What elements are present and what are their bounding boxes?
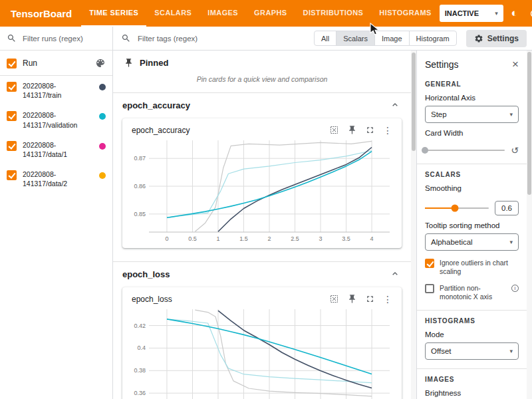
group-header[interactable]: epoch_accuracy: [113, 93, 411, 116]
ignore-outliers-checkbox[interactable]: [425, 259, 434, 268]
fullscreen-icon[interactable]: [365, 125, 375, 135]
horizontal-axis-select[interactable]: Step: [425, 106, 519, 123]
filter-chip-scalars[interactable]: Scalars: [336, 31, 375, 46]
epoch-accuracy-chart[interactable]: 00.511.522.533.540.850.860.87: [128, 136, 396, 245]
more-options-icon[interactable]: [383, 295, 392, 304]
svg-text:2.5: 2.5: [291, 235, 299, 242]
run-label: 20220808-141317/train: [23, 81, 93, 100]
fit-domain-icon[interactable]: [329, 125, 339, 135]
run-row-data-2[interactable]: 20220808-141317/data/2: [0, 164, 112, 194]
close-icon[interactable]: [512, 59, 519, 70]
reset-icon[interactable]: [511, 146, 519, 155]
section-heading-scalars: SCALARS: [425, 171, 519, 178]
chevron-down-icon: [509, 239, 513, 245]
chevron-up-icon[interactable]: [390, 100, 400, 110]
card-width-label: Card Width: [425, 129, 519, 137]
settings-scrollbar-thumb[interactable]: [527, 52, 531, 195]
settings-button[interactable]: Settings: [466, 30, 527, 47]
pin-card-icon[interactable]: [347, 125, 357, 135]
run-row-train[interactable]: 20220808-141317/train: [0, 76, 112, 105]
filter-chip-image[interactable]: Image: [374, 31, 410, 46]
tooltip-sorting-select[interactable]: Alphabetical: [425, 233, 519, 251]
group-title: epoch_loss: [122, 269, 170, 279]
tooltip-sorting-label: Tooltip sorting method: [425, 221, 519, 229]
smoothing-slider[interactable]: [425, 207, 489, 209]
select-all-runs-checkbox[interactable]: [7, 59, 17, 68]
refresh-icon[interactable]: [526, 5, 532, 22]
tab-scalars[interactable]: SCALARS: [146, 0, 200, 27]
pinned-title: Pinned: [140, 58, 168, 68]
info-icon[interactable]: [511, 285, 519, 292]
run-label: 20220808-141317/validation: [23, 110, 93, 129]
tab-images[interactable]: IMAGES: [200, 0, 246, 27]
smoothing-value-input[interactable]: 0.6: [495, 201, 519, 215]
epoch-loss-chart[interactable]: 00.511.522.533.540.360.380.40.42: [128, 305, 396, 399]
pinned-hint: Pin cards for a quick view and compariso…: [113, 71, 411, 93]
run-color-dot: [99, 172, 106, 179]
divider: [417, 368, 527, 369]
chevron-down-icon: [509, 112, 513, 118]
run-color-dot: [99, 84, 106, 90]
status-value: INACTIVE: [445, 9, 479, 17]
filter-chip-all[interactable]: All: [314, 31, 336, 46]
svg-text:4: 4: [370, 235, 374, 242]
run-label: 20220808-141317/data/1: [23, 140, 93, 159]
tab-distributions[interactable]: DISTRIBUTIONS: [295, 0, 372, 27]
card-actions: [329, 294, 392, 304]
more-options-icon[interactable]: [383, 126, 392, 135]
main-nav: TIME SERIES SCALARS IMAGES GRAPHS DISTRI…: [81, 0, 439, 27]
settings-panel-title: Settings: [425, 59, 459, 70]
brightness-label: Brightness: [425, 389, 519, 397]
tab-graphs[interactable]: GRAPHS: [246, 0, 295, 27]
card-title: epoch_loss: [132, 295, 172, 304]
card-width-slider[interactable]: [425, 150, 505, 151]
filter-chip-histogram[interactable]: Histogram: [409, 31, 457, 46]
main-scrollbar: [411, 51, 416, 399]
topbar-actions: INACTIVE: [440, 5, 532, 22]
run-checkbox[interactable]: [7, 141, 17, 151]
settings-scrollbar: [527, 51, 532, 399]
app-title: TensorBoard: [0, 8, 81, 19]
run-checkbox[interactable]: [7, 170, 17, 180]
run-checkbox[interactable]: [7, 82, 17, 92]
main-scrollbar-thumb[interactable]: [412, 53, 416, 151]
partition-x-axis-checkbox[interactable]: [425, 284, 434, 293]
partition-x-axis-label: Partition non-monotonic X axis: [440, 284, 506, 301]
pin-card-icon[interactable]: [347, 294, 357, 304]
run-row-validation[interactable]: 20220808-141317/validation: [0, 105, 112, 134]
group-header[interactable]: epoch_loss: [113, 262, 411, 285]
tag-group-epoch-loss: epoch_loss epoch_loss: [113, 262, 411, 399]
tab-histograms[interactable]: HISTOGRAMS: [371, 0, 439, 27]
svg-text:3: 3: [319, 235, 323, 242]
tensorboard-app: TensorBoard TIME SERIES SCALARS IMAGES G…: [0, 0, 532, 399]
slider-thumb[interactable]: [452, 205, 459, 212]
cards-area: Pinned Pin cards for a quick view and co…: [113, 51, 411, 399]
runs-filter-input[interactable]: [21, 34, 106, 43]
slider-thumb[interactable]: [422, 147, 428, 154]
tab-time-series[interactable]: TIME SERIES: [81, 0, 146, 27]
card-header: epoch_accuracy: [128, 125, 396, 135]
histogram-mode-select[interactable]: Offset: [425, 342, 519, 360]
run-row-data-1[interactable]: 20220808-141317/data/1: [0, 135, 112, 164]
ignore-outliers-label: Ignore outliers in chart scaling: [440, 259, 519, 276]
horizontal-axis-value: Step: [431, 110, 447, 118]
tags-toolbar: All Scalars Image Histogram Settings: [113, 27, 532, 51]
svg-text:0.38: 0.38: [134, 367, 146, 374]
group-title: epoch_accuracy: [122, 100, 190, 110]
data-status-dropdown[interactable]: INACTIVE: [440, 5, 503, 22]
run-color-dot: [99, 143, 106, 150]
svg-text:0.36: 0.36: [134, 390, 146, 396]
tags-filter-input[interactable]: [136, 34, 309, 43]
svg-text:0.5: 0.5: [188, 235, 197, 242]
run-checkbox[interactable]: [7, 111, 17, 121]
scalar-card-epoch-loss: epoch_loss 00.511.522.533.540.360.380.40…: [122, 287, 402, 399]
tag-type-filter-group: All Scalars Image Histogram: [314, 31, 457, 46]
chevron-up-icon[interactable]: [390, 269, 400, 279]
fullscreen-icon[interactable]: [365, 294, 375, 304]
palette-icon[interactable]: [95, 58, 106, 68]
theme-toggle-icon[interactable]: [506, 5, 523, 22]
card-actions: [329, 125, 392, 135]
tooltip-sorting-value: Alphabetical: [431, 238, 473, 246]
section-heading-histograms: HISTOGRAMS: [425, 317, 519, 325]
fit-domain-icon[interactable]: [329, 294, 339, 304]
